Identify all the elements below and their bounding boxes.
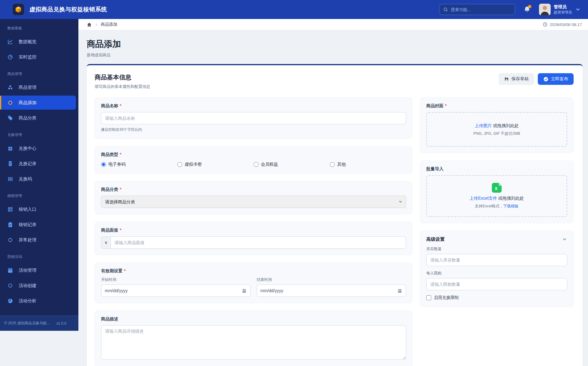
clock-icon	[543, 22, 548, 27]
product-value-group: 商品面值 * ¥	[95, 222, 413, 255]
chevron-down-icon[interactable]	[562, 237, 567, 242]
product-name-label: 商品名称	[101, 103, 118, 109]
chart-line-icon	[7, 39, 13, 45]
pie-chart-icon	[7, 298, 13, 304]
chevron-right-icon	[94, 23, 98, 27]
page-title: 商品添加	[87, 38, 583, 50]
sidebar-item-exchange-center[interactable]: 兑换中心	[0, 141, 76, 155]
app-title: 虚拟商品兑换与权益核销系统	[29, 6, 107, 13]
validity-group: 有效期设置 * 开始时间 mm/dd/yyyy	[95, 262, 413, 303]
sidebar-item-campaign-management[interactable]: 活动管理	[0, 263, 76, 277]
sidebar-section-exchange: 兑换管理	[0, 126, 78, 140]
save-draft-button[interactable]: 保存草稿	[499, 73, 534, 85]
home-icon[interactable]	[87, 22, 92, 27]
sidebar-item-realtime-monitor[interactable]: 实时监控	[0, 50, 76, 64]
bulk-hint: 支持Excel格式，	[475, 204, 503, 208]
clipboard-check-icon	[7, 222, 13, 228]
radio-membership[interactable]	[254, 162, 258, 167]
purchase-limit-input[interactable]	[426, 278, 567, 290]
required-mark: *	[124, 268, 126, 274]
app-header: 虚拟商品兑换与权益核销系统 管理员 超级管理员	[0, 0, 588, 19]
radio-option-other[interactable]: 其他	[330, 162, 406, 167]
description-textarea[interactable]	[101, 325, 406, 360]
radio-ecoupon[interactable]	[101, 162, 106, 167]
download-template-link[interactable]: 下载模板	[503, 204, 519, 208]
radio-other[interactable]	[330, 162, 335, 167]
cover-hint: PNG, JPG, GIF 不超过2MB	[430, 131, 564, 136]
publish-button[interactable]: 立即发布	[538, 73, 574, 85]
sidebar-item-campaign-analysis[interactable]: 活动分析	[0, 294, 76, 308]
notification-badge	[528, 5, 531, 8]
cover-label: 商品封面	[426, 103, 443, 109]
purchase-limit-label: 每人限购	[426, 271, 567, 276]
sidebar-item-verify-entry[interactable]: 核销入口	[0, 202, 76, 216]
sidebar-item-product-category[interactable]: 商品分类	[0, 111, 76, 125]
sidebar-section-dashboard: 数据看板	[0, 20, 78, 33]
radio-virtual-card[interactable]	[177, 162, 182, 167]
stock-label: 库存数量	[426, 247, 567, 252]
search-box[interactable]	[439, 4, 515, 15]
product-type-group: 商品类型 * 电子券码 虚拟卡密	[95, 146, 413, 174]
gift-icon	[7, 145, 13, 151]
tags-icon	[7, 115, 13, 121]
upload-excel-link[interactable]: 上传Excel文件	[469, 196, 497, 201]
product-category-select[interactable]: 请选择商品分类	[101, 196, 406, 208]
product-value-input[interactable]	[111, 236, 406, 249]
notifications-button[interactable]	[523, 6, 531, 13]
user-name: 管理员	[554, 4, 572, 10]
stock-input[interactable]	[426, 254, 567, 266]
copyright-text: © 2025 虚拟商品兑换与权益核销系统	[4, 321, 53, 326]
currency-prefix: ¥	[101, 236, 111, 249]
cover-group: 商品封面 * 上传图片 或拖拽到此处 PNG, JPG, GIF 不超过2MB	[420, 97, 574, 153]
page-header: 商品添加 新增虚拟商品	[87, 30, 583, 64]
radio-option-membership[interactable]: 会员权益	[254, 162, 330, 167]
redeem-restriction-row[interactable]: 启用兑换限制	[426, 295, 567, 300]
excel-file-icon: x	[492, 183, 502, 193]
user-role: 超级管理员	[554, 10, 572, 15]
cube-icon	[15, 6, 22, 13]
validity-label: 有效期设置	[101, 268, 123, 274]
barcode-icon	[7, 176, 13, 182]
app-logo	[12, 3, 24, 16]
circle-icon	[7, 100, 13, 106]
end-date-input[interactable]: mm/dd/yyyy	[257, 285, 406, 297]
end-time-label: 结束时间	[257, 277, 406, 282]
user-menu[interactable]: 管理员 超级管理员	[539, 4, 581, 15]
sidebar-item-data-overview[interactable]: 数据概览	[0, 35, 76, 49]
product-name-input[interactable]	[101, 112, 406, 124]
sidebar-item-product-management[interactable]: 商品管理	[0, 80, 76, 94]
bulk-import-group: 批量导入 x 上传Excel文件 或拖拽到此处 支持Excel格式，下	[420, 160, 574, 223]
receipt-icon	[7, 161, 13, 167]
sidebar-item-exchange-records[interactable]: 兑换记录	[0, 157, 76, 171]
radio-option-ecoupon[interactable]: 电子券码	[101, 162, 177, 167]
product-value-label: 商品面值	[101, 228, 118, 233]
search-input[interactable]	[451, 7, 511, 12]
sidebar-item-exception-handling[interactable]: 异常处理	[0, 233, 76, 247]
calendar-icon[interactable]	[242, 288, 247, 293]
sidebar-nav: 数据看板 数据概览 实时监控 商品管理 商品管理 商品添加 商品分类 兑换管理 …	[0, 19, 78, 315]
datetime-text: 2026/03/08 08:17	[550, 22, 582, 27]
circle-icon	[7, 237, 13, 243]
svg-text:x: x	[495, 186, 498, 191]
sidebar-item-exchange-codes[interactable]: 兑换码	[0, 172, 76, 186]
version-text: v1.0.0	[56, 321, 66, 326]
sidebar-item-product-add[interactable]: 商品添加	[0, 96, 76, 110]
upload-image-link[interactable]: 上传图片	[475, 123, 492, 128]
start-date-input[interactable]: mm/dd/yyyy	[101, 285, 251, 297]
card-subtitle: 填写商品的基本属性和配置信息	[95, 84, 150, 89]
sidebar-item-campaign-create[interactable]: 活动创建	[0, 278, 76, 292]
search-icon	[443, 7, 448, 12]
sidebar-item-verify-records[interactable]: 核销记录	[0, 217, 76, 232]
qrcode-icon	[7, 206, 13, 212]
product-type-label: 商品类型	[101, 152, 118, 157]
required-mark: *	[120, 103, 121, 109]
redeem-restriction-checkbox[interactable]	[426, 295, 431, 300]
main-content: 商品添加 2026/03/08 08:17 商品添加 新增虚拟商品 商品基本信息…	[78, 19, 588, 366]
sidebar-section-products: 商品管理	[0, 65, 78, 79]
radio-option-virtual-card[interactable]: 虚拟卡密	[177, 162, 254, 167]
excel-upload-zone[interactable]: x 上传Excel文件 或拖拽到此处 支持Excel格式，下载模板	[426, 175, 567, 217]
calendar-icon[interactable]	[397, 288, 402, 293]
cover-upload-zone[interactable]: 上传图片 或拖拽到此处 PNG, JPG, GIF 不超过2MB	[426, 112, 567, 147]
product-name-hint: 建议控制在30个字符以内	[101, 127, 406, 132]
sidebar-section-verification: 核销管理	[0, 187, 78, 201]
